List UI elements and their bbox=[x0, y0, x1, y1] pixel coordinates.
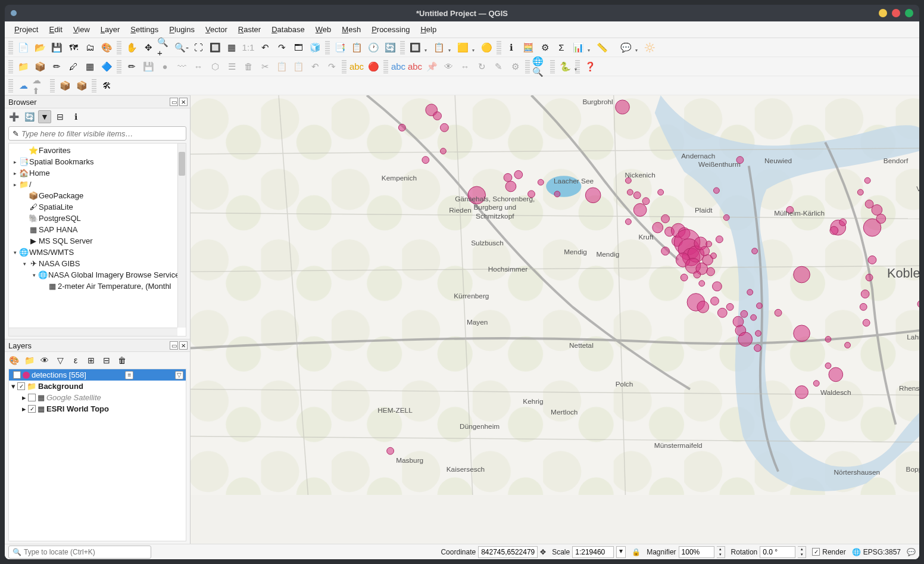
package-button-1[interactable]: 📦 bbox=[57, 78, 73, 94]
browser-item[interactable]: ▾🌐NASA Global Imagery Browse Service bbox=[9, 269, 186, 281]
browser-item[interactable]: 📦GeoPackage bbox=[9, 190, 186, 201]
menu-project[interactable]: Project bbox=[10, 24, 43, 35]
browser-close-button[interactable]: ✕ bbox=[179, 98, 188, 106]
map-canvas[interactable]: BurgbrohlAndernachNeuwiedBendorfGrenzhau… bbox=[191, 95, 919, 544]
filter-legend-button[interactable]: ▽ bbox=[54, 354, 67, 367]
scale-dropdown[interactable]: ▾ bbox=[616, 546, 626, 558]
new-map-view-button[interactable]: 🗔 bbox=[291, 40, 306, 55]
zoom-next-button[interactable]: ↷ bbox=[274, 40, 289, 55]
identify-button[interactable]: ℹ bbox=[504, 40, 519, 55]
diagram-button[interactable]: 🔴 bbox=[366, 59, 381, 74]
rotation-input[interactable] bbox=[760, 546, 795, 558]
expand-all-button[interactable]: ⊞ bbox=[85, 354, 98, 367]
label-toolbar-button[interactable]: abc bbox=[391, 59, 406, 74]
layer-row[interactable]: ✓ detections [558]≡▽ bbox=[9, 369, 186, 381]
visibility-checkbox[interactable]: ✓ bbox=[28, 405, 36, 413]
menu-mesh[interactable]: Mesh bbox=[337, 24, 366, 35]
scrollbar[interactable] bbox=[177, 144, 186, 328]
rotation-spinner[interactable]: ▴▾ bbox=[798, 546, 806, 558]
browser-item[interactable]: 🐘PostgreSQL bbox=[9, 213, 186, 224]
messages-button[interactable]: 💬 bbox=[907, 548, 916, 556]
help-button[interactable]: ❓ bbox=[582, 59, 598, 74]
browser-filter-input[interactable] bbox=[21, 129, 182, 138]
refresh-browser-button[interactable]: 🔄 bbox=[23, 110, 36, 123]
add-vector-layer-button[interactable]: 📁 bbox=[15, 59, 31, 74]
browser-item[interactable]: ▶MS SQL Server bbox=[9, 235, 186, 247]
filter-icon[interactable]: ▽ bbox=[175, 371, 183, 379]
toolbox-button[interactable]: ⚙ bbox=[537, 40, 552, 55]
field-calculator-button[interactable]: 🧮 bbox=[520, 40, 536, 55]
menu-view[interactable]: View bbox=[68, 24, 95, 35]
temporal-controller-button[interactable]: 🕐 bbox=[366, 40, 381, 55]
browser-tree[interactable]: ⭐Favorites▸📑Spatial Bookmarks▸🏠Home▸📁/📦G… bbox=[8, 143, 186, 336]
select-all-button[interactable]: 🟡 bbox=[479, 40, 494, 55]
menu-database[interactable]: Database bbox=[267, 24, 310, 35]
close-button[interactable] bbox=[905, 9, 913, 17]
maximize-button[interactable] bbox=[892, 9, 900, 17]
menu-raster[interactable]: Raster bbox=[233, 24, 266, 35]
refresh-button[interactable]: 🔄 bbox=[382, 40, 398, 55]
new-shapefile-button[interactable]: 🖊 bbox=[65, 59, 81, 74]
expand-icon[interactable]: ▸ bbox=[11, 159, 18, 165]
browser-item[interactable]: 🖋SpatiaLite bbox=[9, 201, 186, 213]
crs-button[interactable]: 🌐 EPSG:3857 bbox=[852, 548, 901, 556]
open-project-button[interactable]: 📂 bbox=[32, 40, 48, 55]
select-features-button[interactable]: 🔲 bbox=[407, 40, 423, 55]
locator[interactable]: 🔍 bbox=[8, 546, 151, 559]
package-button-2[interactable]: 📦 bbox=[74, 78, 89, 94]
expand-icon[interactable]: ▸ bbox=[11, 182, 18, 188]
layers-close-button[interactable]: ✕ bbox=[179, 341, 188, 350]
filter-browser-button[interactable]: ▼ bbox=[38, 110, 51, 123]
labeling-button[interactable]: abc bbox=[349, 59, 364, 74]
visibility-button[interactable]: 👁 bbox=[38, 354, 51, 367]
layers-undock-button[interactable]: ▭ bbox=[170, 341, 178, 350]
zoom-selection-button[interactable]: 🔲 bbox=[207, 40, 223, 55]
zoom-out-button[interactable]: 🔍- bbox=[174, 40, 189, 55]
browser-filter[interactable]: ✎ bbox=[8, 126, 186, 141]
extents-button[interactable]: ✥ bbox=[540, 548, 546, 556]
new-3d-view-button[interactable]: 🧊 bbox=[307, 40, 323, 55]
add-group-button[interactable]: 📁 bbox=[23, 354, 36, 367]
cloud-button[interactable]: ☁ bbox=[15, 78, 31, 94]
metasearch-button[interactable]: 🌐🔍 bbox=[532, 59, 548, 74]
scale-input[interactable] bbox=[572, 546, 614, 558]
expand-icon[interactable]: ▸ bbox=[22, 404, 26, 413]
statistics-button[interactable]: Σ bbox=[554, 40, 569, 55]
style-manager-button[interactable]: 🎨 bbox=[99, 40, 114, 55]
menu-processing[interactable]: Processing bbox=[367, 24, 414, 35]
zoom-in-button[interactable]: 🔍+ bbox=[157, 40, 173, 55]
layout-manager-button[interactable]: 🗂 bbox=[82, 40, 98, 55]
browser-item[interactable]: ▸📁/ bbox=[9, 179, 186, 190]
visibility-checkbox[interactable]: ✓ bbox=[13, 371, 21, 379]
locator-input[interactable] bbox=[24, 548, 147, 556]
browser-item[interactable]: ▦2-meter Air Temperature, (Monthl bbox=[9, 281, 186, 292]
zoom-last-button[interactable]: ↶ bbox=[257, 40, 273, 55]
visibility-checkbox[interactable] bbox=[28, 394, 36, 401]
add-layer-button[interactable]: ➕ bbox=[7, 110, 20, 123]
layer-row[interactable]: ▾✓📁 Background bbox=[9, 381, 186, 392]
data-source-manager-button[interactable]: 📦 bbox=[32, 59, 48, 74]
save-project-button[interactable]: 💾 bbox=[49, 40, 64, 55]
new-virtual-layer-button[interactable]: 🔷 bbox=[99, 59, 114, 74]
new-project-button[interactable]: 📄 bbox=[15, 40, 31, 55]
lock-scale-button[interactable]: 🔒 bbox=[632, 548, 641, 556]
browser-item[interactable]: ⭐Favorites bbox=[9, 145, 186, 156]
magnifier-input[interactable] bbox=[679, 546, 714, 558]
collapse-all-button[interactable]: ⊟ bbox=[54, 110, 67, 123]
new-print-layout-button[interactable]: 🗺 bbox=[65, 40, 81, 55]
properties-widget-button[interactable]: ℹ bbox=[69, 110, 82, 123]
layer-row[interactable]: ▸✓▦ ESRI World Topo bbox=[9, 403, 186, 415]
menu-web[interactable]: Web bbox=[311, 24, 336, 35]
expand-icon[interactable]: ▾ bbox=[11, 250, 18, 255]
new-geopackage-button[interactable]: ✏ bbox=[49, 59, 64, 74]
expand-icon[interactable]: ▸ bbox=[22, 393, 26, 402]
expand-icon[interactable]: ▾ bbox=[11, 382, 15, 391]
browser-item[interactable]: ▾✈NASA GIBS bbox=[9, 258, 186, 269]
hide-labels-button[interactable]: abc bbox=[407, 59, 423, 74]
layer-row[interactable]: ▸▦ Google Satellite bbox=[9, 392, 186, 403]
browser-item[interactable]: ▸📑Spatial Bookmarks bbox=[9, 156, 186, 167]
expand-icon[interactable]: ▾ bbox=[30, 272, 38, 278]
attribute-table-button[interactable]: 📊 bbox=[570, 40, 586, 55]
deselect-button[interactable]: 🟨 bbox=[455, 40, 470, 55]
menu-vector[interactable]: Vector bbox=[201, 24, 232, 35]
